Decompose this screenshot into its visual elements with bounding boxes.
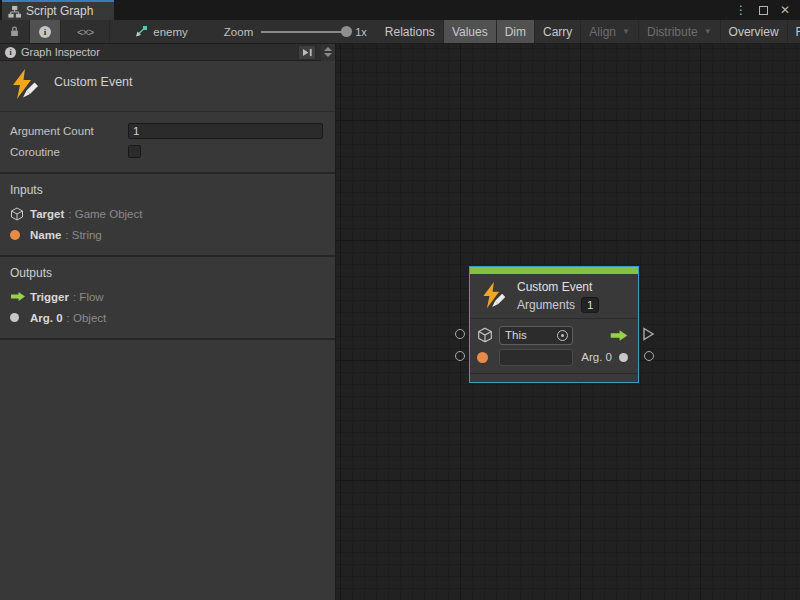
target-value: This xyxy=(505,329,557,341)
code-icon: <×> xyxy=(77,26,93,38)
toolbar-left-group: i <×> xyxy=(0,20,110,43)
zoom-label: Zoom xyxy=(224,26,253,38)
port-type: : Object xyxy=(67,312,107,324)
toolbar-button-dim[interactable]: Dim xyxy=(497,20,535,43)
chevron-down-icon: ▼ xyxy=(622,27,630,36)
object-dot-icon xyxy=(619,353,628,362)
info-icon: i xyxy=(39,26,51,38)
object-dot-icon xyxy=(10,313,30,322)
coroutine-row: Coroutine xyxy=(0,141,335,162)
port-type: : String xyxy=(65,229,101,241)
lock-icon xyxy=(9,25,20,38)
output-port-arg0[interactable] xyxy=(644,351,654,361)
toolbar-button-align[interactable]: Align ▼ xyxy=(581,20,639,43)
string-dot-icon xyxy=(10,230,30,240)
coroutine-label: Coroutine xyxy=(10,146,128,158)
preview-code-button[interactable]: <×> xyxy=(61,20,110,43)
scroll-down-icon[interactable] xyxy=(324,53,332,57)
game-object-cube-icon xyxy=(10,207,30,221)
node-header-text: Custom Event Arguments 1 xyxy=(517,274,599,318)
outputs-title: Outputs xyxy=(0,264,335,286)
node-footer xyxy=(470,373,638,382)
zoom-slider[interactable] xyxy=(261,31,347,33)
close-icon[interactable]: ✕ xyxy=(776,2,794,18)
window-controls: ⋮ ✕ xyxy=(732,0,800,20)
arguments-value[interactable]: 1 xyxy=(581,297,599,313)
target-dropdown[interactable]: This xyxy=(499,326,573,345)
tab-script-graph[interactable]: Script Graph xyxy=(2,0,114,20)
port-row-trigger: Trigger : Flow xyxy=(0,286,335,307)
info-icon: i xyxy=(5,47,16,58)
port-name: Name xyxy=(30,229,61,241)
port-type: : Flow xyxy=(73,291,104,303)
toolbar-button-distribute[interactable]: Distribute ▼ xyxy=(639,20,721,43)
custom-event-icon xyxy=(479,280,509,318)
inspector-empty-area xyxy=(0,340,335,600)
custom-event-node[interactable]: Custom Event Arguments 1 xyxy=(469,266,639,383)
port-name: Arg. 0 xyxy=(30,312,63,324)
inspector-title: Graph Inspector xyxy=(21,46,293,58)
node-title: Custom Event xyxy=(517,279,599,295)
zoom-slider-handle[interactable] xyxy=(341,26,352,37)
node-row-target: This xyxy=(477,324,631,346)
dock-panel-button[interactable] xyxy=(298,45,316,60)
argument-count-label: Argument Count xyxy=(10,125,128,137)
maximize-box-glyph xyxy=(759,6,768,15)
flow-arrow-icon xyxy=(10,291,30,302)
node-header: Custom Event Arguments 1 xyxy=(470,274,638,318)
unit-header: Custom Event xyxy=(0,61,335,112)
arguments-label: Arguments xyxy=(517,298,575,312)
toolbar-button-fullscreen[interactable]: Full Screen xyxy=(788,20,800,43)
breadcrumb[interactable]: enemy xyxy=(124,20,198,43)
main-split: i Graph Inspector xyxy=(0,44,800,600)
target-picker-icon[interactable] xyxy=(557,330,568,341)
graph-canvas[interactable]: Custom Event Arguments 1 xyxy=(336,44,800,600)
flow-arrow-icon xyxy=(608,329,630,342)
argument-count-input[interactable] xyxy=(128,123,323,139)
node-arguments-row: Arguments 1 xyxy=(517,297,599,313)
chevron-down-icon: ▼ xyxy=(704,27,712,36)
coroutine-checkbox[interactable] xyxy=(128,145,141,158)
toolbar-button-overview[interactable]: Overview xyxy=(721,20,788,43)
inspector-header: i Graph Inspector xyxy=(0,44,335,61)
input-port-name[interactable] xyxy=(455,351,465,361)
align-label: Align xyxy=(589,25,616,39)
port-name: Trigger xyxy=(30,291,69,303)
unit-fields: Argument Count Coroutine xyxy=(0,112,335,174)
zoom-control: Zoom 1x xyxy=(198,20,377,43)
toolbar-button-values[interactable]: Values xyxy=(444,20,497,43)
input-port-target[interactable] xyxy=(455,329,465,339)
argument-count-row: Argument Count xyxy=(0,120,335,141)
scroll-up-icon[interactable] xyxy=(324,47,332,51)
inspect-toggle-button[interactable]: i xyxy=(30,20,61,43)
window-menu-icon[interactable]: ⋮ xyxy=(732,2,750,18)
graph-pointer-icon xyxy=(134,25,148,38)
node-body: This Arg. 0 xyxy=(470,319,638,373)
event-name-input[interactable] xyxy=(499,349,573,366)
toolbar-button-relations[interactable]: Relations xyxy=(377,20,444,43)
breadcrumb-label: enemy xyxy=(153,26,188,38)
output-port-trigger[interactable] xyxy=(642,327,655,344)
game-object-cube-icon xyxy=(477,327,499,343)
panel-scroll-spinners[interactable] xyxy=(321,44,335,61)
dock-icon xyxy=(302,48,313,57)
port-name: Target xyxy=(30,208,64,220)
script-graph-icon xyxy=(8,5,21,18)
port-row-name: Name : String xyxy=(0,224,335,245)
port-row-arg0: Arg. 0 : Object xyxy=(0,307,335,328)
toolbar-button-carry[interactable]: Carry xyxy=(535,20,581,43)
graph-inspector-panel: i Graph Inspector xyxy=(0,44,336,600)
inputs-title: Inputs xyxy=(0,181,335,203)
lock-button[interactable] xyxy=(0,20,30,43)
custom-event-icon xyxy=(8,67,40,103)
graph-toolbar: i <×> enemy Zoom 1x Relations Values Dim xyxy=(0,20,800,44)
node-row-name: Arg. 0 xyxy=(477,346,631,368)
unity-script-graph-window: Script Graph ⋮ ✕ i <×> xyxy=(0,0,800,600)
outputs-section: Outputs Trigger : Flow Arg. 0 : Object xyxy=(0,257,335,340)
port-row-target: Target : Game Object xyxy=(0,203,335,224)
triangle-port-icon xyxy=(642,327,655,341)
tab-title: Script Graph xyxy=(26,4,93,18)
port-type: : Game Object xyxy=(68,208,142,220)
maximize-icon[interactable] xyxy=(754,2,772,18)
zoom-value: 1x xyxy=(355,26,367,38)
